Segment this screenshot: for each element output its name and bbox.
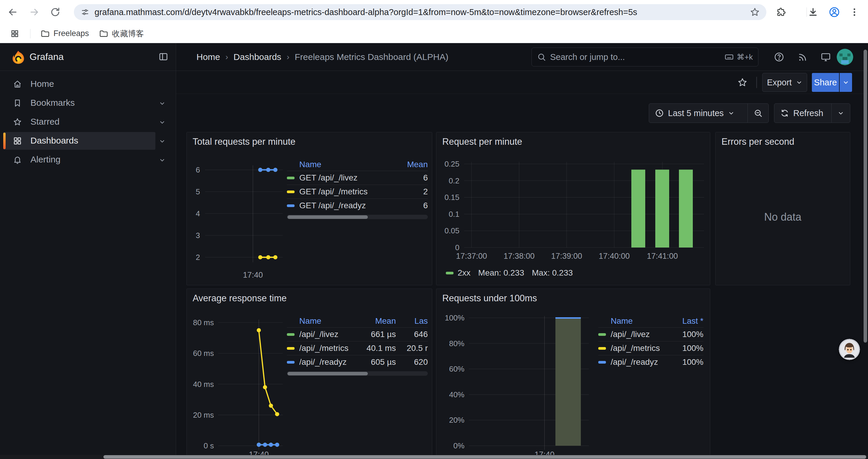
site-info-icon[interactable] <box>80 7 90 17</box>
legend-header-last[interactable]: Las <box>396 316 428 326</box>
legend-scrollbar[interactable] <box>287 215 428 219</box>
series-mean: 2 <box>395 187 428 196</box>
legend-row[interactable]: /api/_/livez 661 µs 646 <box>287 327 428 341</box>
series-name: /api/_/readyz <box>299 357 346 367</box>
news-button[interactable] <box>795 50 809 64</box>
series-swatch <box>287 361 294 364</box>
share-menu-button[interactable] <box>840 73 852 92</box>
series-mean: 40.1 ms <box>351 343 396 353</box>
help-button[interactable] <box>772 50 786 64</box>
series-swatch <box>287 191 294 193</box>
legend-row[interactable]: /api/_/metrics 40.1 ms 20.5 r <box>287 341 428 355</box>
legend-scrollbar[interactable] <box>287 371 428 376</box>
legend-row[interactable]: GET /api/_/livez 6 <box>287 171 428 185</box>
svg-text:17:40:00: 17:40:00 <box>598 252 629 261</box>
collapse-panel-icon <box>158 52 168 62</box>
series-swatch <box>287 204 294 207</box>
series-last: 20.5 r <box>396 343 428 353</box>
breadcrumb-dashboards[interactable]: Dashboards <box>234 52 281 62</box>
assistant-avatar[interactable] <box>839 339 860 360</box>
legend-header-last[interactable]: Last * <box>668 316 704 326</box>
reload-button[interactable] <box>48 5 62 19</box>
refresh-button[interactable]: Refresh <box>774 104 831 123</box>
panel-title[interactable]: Requests under 100ms <box>442 293 537 304</box>
legend-header-name[interactable]: Name <box>287 316 351 326</box>
browser-menu-button[interactable] <box>847 5 862 19</box>
sidebar-item-dashboards[interactable]: Dashboards <box>0 131 176 150</box>
panel-title[interactable]: Average response time <box>193 293 286 304</box>
share-button[interactable]: Share <box>812 73 839 92</box>
grafana-logo-icon <box>11 50 25 64</box>
legend-row[interactable]: GET /api/_/metrics 2 <box>287 185 428 198</box>
series-swatch <box>287 347 294 350</box>
series-mean: 6 <box>395 173 428 183</box>
sidebar-nav: Home Bookmarks Starred Dashboards <box>0 71 176 169</box>
legend-header-mean[interactable]: Mean <box>395 160 428 169</box>
series-name: /api/_/livez <box>299 330 338 339</box>
extensions-button[interactable] <box>774 5 788 19</box>
page-horizontal-scrollbar[interactable] <box>0 455 868 459</box>
breadcrumb-separator: › <box>286 52 289 62</box>
chevron-down-icon <box>159 157 165 163</box>
series-name: /api/_/readyz <box>611 357 658 367</box>
time-range-picker[interactable]: Last 5 minutes <box>649 104 747 123</box>
legend-row[interactable]: /api/_/livez 100% <box>598 327 704 341</box>
panel-title[interactable]: Errors per second <box>721 136 794 147</box>
page-vertical-scrollbar[interactable] <box>864 50 867 342</box>
bookmarks-bar: Freeleaps 收藏博客 <box>0 24 868 43</box>
sidebar-item-alerting[interactable]: Alerting <box>0 150 176 169</box>
breadcrumb-home[interactable]: Home <box>196 52 220 62</box>
actions-divider <box>756 77 757 88</box>
panel-title[interactable]: Total requests per minute <box>193 136 296 147</box>
legend-row[interactable]: GET /api/_/readyz 6 <box>287 198 428 212</box>
svg-text:0 s: 0 s <box>204 441 214 450</box>
panel-title[interactable]: Request per minute <box>442 136 522 147</box>
series-name: /api/_/metrics <box>299 343 349 353</box>
svg-text:0.2: 0.2 <box>449 176 459 185</box>
series-mean: 605 µs <box>351 357 396 367</box>
legend-header-name[interactable]: Name <box>598 316 668 326</box>
svg-text:0: 0 <box>455 243 459 252</box>
zoom-out-button[interactable] <box>748 104 769 123</box>
url-bar[interactable] <box>74 4 766 20</box>
legend-inline[interactable]: 2xx Mean: 0.233 Max: 0.233 <box>446 268 573 277</box>
legend-row[interactable]: /api/_/readyz 605 µs 620 <box>287 355 428 369</box>
legend-row[interactable]: /api/_/metrics 100% <box>598 341 704 355</box>
back-button[interactable] <box>6 5 20 19</box>
sidebar-item-home[interactable]: Home <box>0 75 176 94</box>
bookmark-folder-blogs[interactable]: 收藏博客 <box>99 28 144 39</box>
apps-button[interactable] <box>8 27 22 41</box>
sidebar-item-bookmarks[interactable]: Bookmarks <box>0 94 176 112</box>
bookmark-folder-freeleaps[interactable]: Freeleaps <box>40 29 89 38</box>
series-swatch <box>287 333 294 336</box>
svg-text:6: 6 <box>196 165 200 174</box>
search-input[interactable] <box>550 52 724 62</box>
time-range-label: Last 5 minutes <box>668 108 724 118</box>
home-icon <box>13 80 22 89</box>
user-avatar-image <box>837 49 853 65</box>
legend-header-name[interactable]: Name <box>287 160 395 169</box>
refresh-interval-button[interactable] <box>832 104 850 123</box>
help-icon <box>774 52 784 62</box>
collapse-sidebar-button[interactable] <box>158 52 168 62</box>
svg-text:0.05: 0.05 <box>444 226 459 235</box>
series-last: 620 <box>396 357 428 367</box>
legend-table: Name Mean GET /api/_/livez 6 GET /api/_/… <box>287 158 428 219</box>
profile-button[interactable] <box>827 5 841 19</box>
favorite-dashboard-button[interactable] <box>735 75 749 90</box>
downloads-button[interactable] <box>806 5 820 19</box>
legend-header-row: Name Last * <box>598 315 704 327</box>
forward-button[interactable] <box>27 5 41 19</box>
bookmark-star-icon[interactable] <box>750 7 760 17</box>
export-button[interactable]: Export <box>762 73 807 92</box>
display-button[interactable] <box>819 50 833 64</box>
series-swatch <box>446 272 454 274</box>
legend-header-mean[interactable]: Mean <box>351 316 396 326</box>
search-box[interactable]: ⌘+k <box>531 47 758 66</box>
url-input[interactable] <box>95 7 750 17</box>
svg-text:0%: 0% <box>453 441 464 450</box>
panel-request-per-minute: 0.250.20.150.10.05017:37:0017:38:0017:39… <box>436 132 710 285</box>
sidebar-item-starred[interactable]: Starred <box>0 112 176 131</box>
legend-row[interactable]: /api/_/readyz 100% <box>598 355 704 369</box>
user-avatar[interactable] <box>837 49 853 65</box>
